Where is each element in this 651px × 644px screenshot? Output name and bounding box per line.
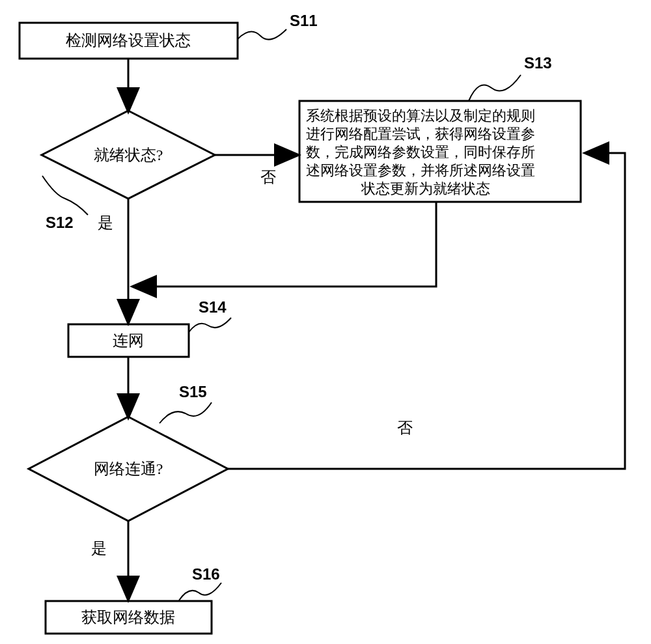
label-s11: S11	[290, 12, 318, 29]
process-s13-line1: 系统根据预设的算法以及制定的规则	[306, 107, 535, 124]
leader-s16	[179, 583, 221, 600]
process-s11-text: 检测网络设置状态	[66, 32, 191, 49]
leader-s12	[42, 176, 88, 215]
process-s13-line4: 述网络设置参数，并将所述网络设置	[306, 162, 535, 178]
decision-s12-text: 就绪状态?	[94, 147, 163, 163]
arrow-s13-merge	[133, 202, 436, 287]
label-s15: S15	[179, 383, 207, 400]
process-s13-line5: 状态更新为就绪状态	[361, 180, 490, 197]
label-s14: S14	[199, 298, 227, 316]
leader-s14	[189, 318, 231, 332]
branch-s12-no: 否	[260, 169, 276, 186]
process-s16-text: 获取网络数据	[81, 609, 175, 626]
leader-s13	[469, 75, 521, 101]
process-s13-line3: 数，完成网络参数设置，同时保存所	[306, 144, 535, 160]
branch-s15-no: 否	[397, 419, 413, 436]
branch-s15-yes: 是	[91, 540, 107, 557]
leader-s11	[238, 29, 286, 40]
label-s12: S12	[46, 214, 74, 231]
process-s14-text: 连网	[113, 332, 144, 349]
label-s16: S16	[192, 565, 220, 583]
label-s13: S13	[524, 54, 552, 72]
branch-s12-yes: 是	[98, 214, 113, 231]
process-s13-line2: 进行网络配置尝试，获得网络设置参	[306, 126, 535, 142]
decision-s15-text: 网络连通?	[94, 460, 163, 477]
arrow-s15-s13	[228, 153, 625, 469]
leader-s15	[159, 402, 212, 423]
